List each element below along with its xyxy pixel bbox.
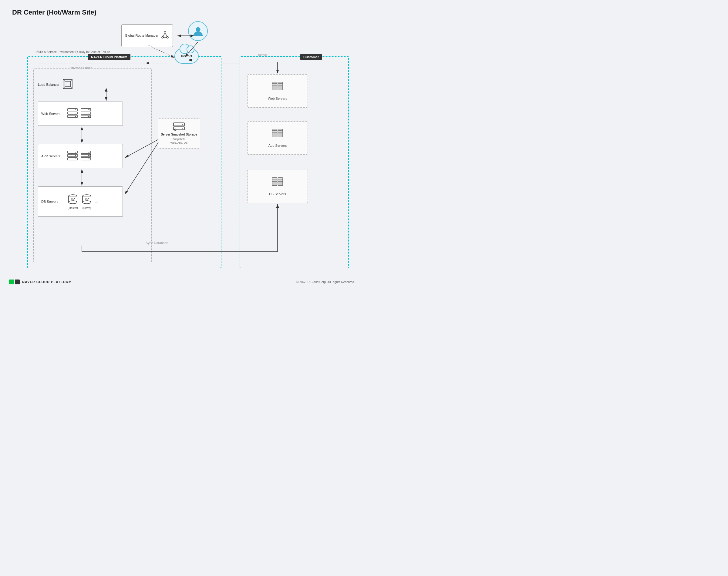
svg-line-4 [165,33,167,36]
internet-label: Internet [181,55,192,58]
page-title: DR Center (Hot/Warm Site) [12,8,96,17]
db-servers-label: DB Servers [38,200,65,203]
diagram: NAVER Cloud Platform Customer Private Su… [9,21,355,270]
svg-point-0 [164,31,166,33]
svg-line-3 [163,33,165,36]
cust-db-icons [271,177,284,191]
internet-cloud-shape: Internet [174,49,199,64]
footer: NAVER CLOUD PLATFORM © NAVER Cloud Corp.… [9,280,355,284]
ncp-label: NAVER Cloud Platform [88,54,131,60]
snapshot-box: Server Snapshot Storage SnapshotsWeb, Ap… [158,118,200,148]
svg-line-12 [71,87,72,88]
cust-web-icons [271,82,284,95]
svg-rect-63 [272,181,277,185]
active-annotation: Active [258,53,267,57]
svg-rect-60 [278,133,283,137]
sync-annotation: Sync Database [146,241,168,244]
cust-app-box: App Servers [247,121,308,154]
web-servers-label: Web Servers [38,112,65,115]
user-icon [188,21,208,41]
green-square-icon [9,280,14,284]
footer-brand: NAVER CLOUD PLATFORM [22,280,72,284]
cust-web-label: Web Servers [268,97,287,100]
svg-rect-54 [278,86,283,90]
svg-point-39 [68,201,77,204]
web-servers-box: Web Servers [38,102,123,126]
svg-point-42 [83,201,91,204]
grm-box: Global Route Manager [121,24,173,47]
svg-line-72 [149,46,174,58]
lb-label: Load Balancer [38,83,59,86]
load-balancer-area: Load Balancer [38,79,73,90]
dark-square-icon [15,280,20,284]
cust-db-label: DB Servers [269,192,286,196]
svg-rect-51 [272,86,277,90]
svg-line-10 [71,80,72,81]
snapshot-sub: SnapshotsWeb, App, DB [170,138,188,145]
web-server-icons [65,108,91,119]
svg-line-9 [63,80,65,81]
footer-copyright: © NAVER Cloud Corp. All Rights Reserved. [296,281,355,284]
cust-db-box: DB Servers [247,170,308,203]
app-servers-label: APP Servers [38,154,65,158]
db-more-icon: ··· [95,200,98,204]
svg-line-11 [63,87,65,88]
private-subnet-label: Private Subnet [70,66,92,70]
cust-app-label: App Servers [269,144,287,147]
svg-rect-8 [65,81,71,87]
grm-label: Global Route Manager [125,33,159,38]
footer-logo: NAVER CLOUD PLATFORM [9,280,72,284]
lb-icon [62,79,73,90]
snapshot-label: Server Snapshot Storage [161,133,197,137]
internet-cloud: Internet [174,49,199,64]
svg-point-2 [167,36,168,38]
db-slave-label: (Slave) [83,206,91,209]
cust-app-icons [271,128,284,142]
network-icon [161,31,169,41]
app-server-icons [65,150,91,162]
build-annotation: Build a Service Environment Quickly In C… [36,50,110,54]
svg-point-6 [196,27,200,31]
cust-web-box: Web Servers [247,74,308,108]
svg-rect-57 [272,133,277,137]
customer-label: Customer [300,54,322,60]
svg-rect-66 [278,181,283,185]
app-servers-box: APP Servers [38,144,123,168]
db-servers-box: DB Servers (Master) [38,186,123,217]
footer-squares [9,280,20,284]
svg-point-1 [162,36,164,38]
db-master-label: (Master) [68,206,78,209]
